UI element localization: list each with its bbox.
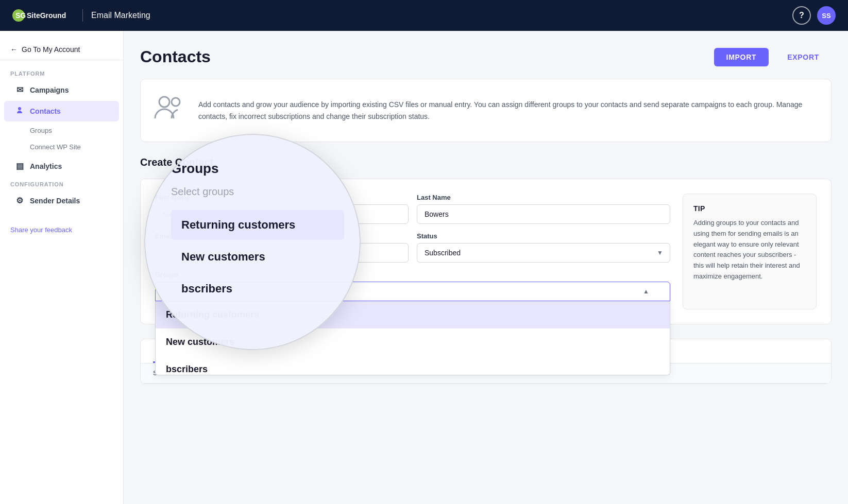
sidebar-item-groups[interactable]: Groups [4,123,119,138]
last-name-label: Last Name [417,194,670,201]
magnify-item-returning[interactable]: Returning customers [171,210,344,240]
svg-text:SiteGround: SiteGround [27,11,66,20]
tip-panel: TIP Adding groups to your contacts and u… [683,194,817,309]
people-icon [153,92,186,129]
groups-label: Groups [30,127,52,134]
sidebar-item-connect-wp[interactable]: Connect WP Site [4,139,119,155]
export-button[interactable]: EXPORT [775,48,832,66]
status-label: Status [417,232,670,240]
magnify-overlay: Groups Select groups Returning customers… [144,134,361,350]
topnav-right: ? SS [792,6,836,25]
svg-point-3 [159,97,169,107]
page-title: Contacts [140,47,211,66]
magnify-item-partial: bscribers [171,274,232,296]
status-group: Status Subscribed Unsubscribed Suppresse… [417,232,670,263]
import-button[interactable]: IMPORT [714,48,769,66]
last-name-input[interactable] [417,204,670,224]
feedback-section: Share your feedback [0,217,123,242]
page-actions: IMPORT EXPORT [714,48,832,66]
main-content: Contacts IMPORT EXPORT Add contacts and … [124,31,848,504]
contacts-icon [14,106,25,116]
help-button[interactable]: ? [792,6,811,25]
svg-point-4 [172,98,180,106]
magnify-item-new[interactable]: New customers [171,242,344,272]
nav-divider [82,9,83,22]
sender-details-label: Sender Details [30,197,80,205]
back-label: Go To My Account [22,45,80,54]
feedback-label: Share your feedback [10,226,72,234]
info-banner: Add contacts and grow your audience by i… [140,79,832,142]
siteground-logo-svg: SG SiteGround [12,8,74,23]
status-select[interactable]: Subscribed Unsubscribed Suppressed [417,243,670,263]
feedback-link[interactable]: Share your feedback [10,226,72,234]
sidebar-item-contacts[interactable]: Contacts [4,101,119,121]
sidebar: ← Go To My Account PLATFORM ✉ Campaigns … [0,31,124,504]
chevron-up-icon: ▲ [643,288,649,295]
svg-text:SG: SG [15,11,26,20]
last-name-group: Last Name [417,194,670,224]
magnify-placeholder: Select groups [171,186,234,198]
campaigns-label: Campaigns [30,86,69,94]
tip-text: Adding groups to your contacts and using… [693,218,806,282]
product-name: Email Marketing [91,11,150,20]
campaigns-icon: ✉ [14,85,25,95]
logo: SG SiteGround [12,8,74,23]
magnify-title: Groups [171,161,218,177]
connect-wp-label: Connect WP Site [30,143,81,151]
analytics-label: Analytics [30,162,62,170]
sidebar-item-campaigns[interactable]: ✉ Campaigns [4,80,119,100]
platform-section-label: PLATFORM [0,66,123,79]
back-link[interactable]: ← Go To My Account [0,39,123,60]
page-header: Contacts IMPORT EXPORT [140,47,832,66]
avatar[interactable]: SS [817,6,836,25]
sidebar-item-sender-details[interactable]: ⚙ Sender Details [4,190,119,211]
gear-icon: ⚙ [14,196,25,205]
topnav: SG SiteGround Email Marketing ? SS [0,0,848,31]
contacts-label: Contacts [30,107,61,115]
config-section-label: CONFIGURATION [0,177,123,189]
partial-label: bscribers [166,364,208,374]
analytics-icon: ▤ [14,161,25,171]
topnav-left: SG SiteGround Email Marketing [12,8,150,23]
avatar-initials: SS [822,12,830,20]
layout: ← Go To My Account PLATFORM ✉ Campaigns … [0,31,848,504]
info-text: Add contacts and grow your audience by i… [198,99,819,122]
back-arrow-icon: ← [10,45,18,54]
help-icon: ? [799,11,804,20]
status-select-wrapper: Subscribed Unsubscribed Suppressed ▼ [417,243,670,263]
group-item-partial: bscribers [156,356,670,375]
tip-title: TIP [693,204,806,213]
sidebar-item-analytics[interactable]: ▤ Analytics [4,156,119,176]
